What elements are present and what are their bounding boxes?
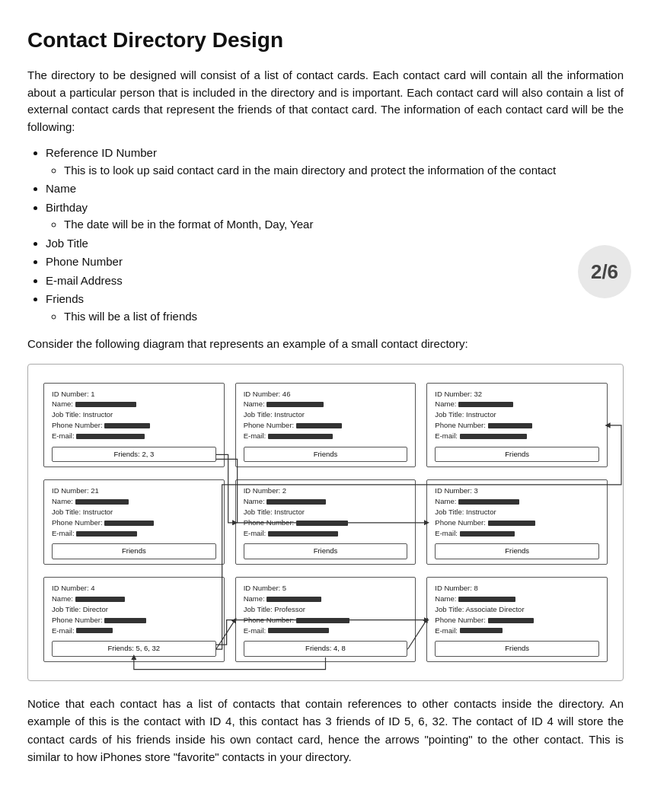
list-item-reference: Reference ID Number This is to look up s…	[46, 145, 624, 179]
contact-card-21: ID Number: 21 Name: Job Title: Instructo…	[43, 479, 225, 565]
sub-list-item-birthday: The date will be in the format of Month,…	[64, 216, 624, 234]
friends-btn-3: Friends	[435, 543, 599, 559]
sub-list-item: This is to look up said contact card in …	[64, 162, 624, 180]
diagram-wrapper: ID Number: 1 Name: Job Title: Instructor…	[43, 383, 608, 663]
bullet-list: Reference ID Number This is to look up s…	[46, 145, 624, 325]
friends-btn-21: Friends	[52, 543, 216, 559]
friends-btn-8: Friends	[435, 641, 599, 657]
friends-btn-1: Friends: 2, 3	[52, 447, 216, 463]
list-item-email: E-mail Address	[46, 272, 624, 290]
diagram-grid: ID Number: 1 Name: Job Title: Instructor…	[43, 383, 608, 663]
contact-card-32: ID Number: 32 Name: Job Title: Instructo…	[426, 383, 608, 468]
contact-card-5: ID Number: 5 Name: Job Title: Professor …	[235, 577, 416, 662]
contact-card-4: ID Number: 4 Name: Job Title: Director P…	[43, 577, 225, 662]
intro-paragraph: The directory to be designed will consis…	[27, 67, 624, 135]
list-item-phone: Phone Number	[46, 253, 624, 271]
friends-btn-5: Friends: 4, 8	[244, 641, 408, 657]
page-badge: 2/6	[578, 245, 631, 298]
contact-card-1: ID Number: 1 Name: Job Title: Instructor…	[43, 383, 225, 468]
contact-card-2: ID Number: 2 Name: Job Title: Instructor…	[235, 479, 416, 565]
friends-btn-46: Friends	[244, 447, 408, 463]
list-item-birthday: Birthday The date will be in the format …	[46, 199, 624, 234]
contact-card-46: ID Number: 46 Name: Job Title: Instructo…	[235, 383, 416, 468]
friends-btn-32: Friends	[435, 447, 599, 463]
friends-btn-2: Friends	[244, 543, 408, 559]
page-title: Contact Directory Design	[27, 24, 624, 56]
notice-paragraph: Notice that each contact has a list of c…	[27, 695, 624, 766]
contact-card-8: ID Number: 8 Name: Job Title: Associate …	[426, 577, 608, 662]
list-item-jobtitle: Job Title	[46, 235, 624, 253]
friends-btn-4: Friends: 5, 6, 32	[52, 641, 216, 657]
contact-card-3: ID Number: 3 Name: Job Title: Instructor…	[426, 479, 608, 565]
list-item-friends: Friends This will be a list of friends	[46, 291, 624, 325]
diagram-container: ID Number: 1 Name: Job Title: Instructor…	[27, 364, 624, 682]
sub-list-item-friends: This will be a list of friends	[64, 308, 624, 326]
list-item-name: Name	[46, 180, 624, 198]
consider-paragraph: Consider the following diagram that repr…	[27, 336, 624, 353]
